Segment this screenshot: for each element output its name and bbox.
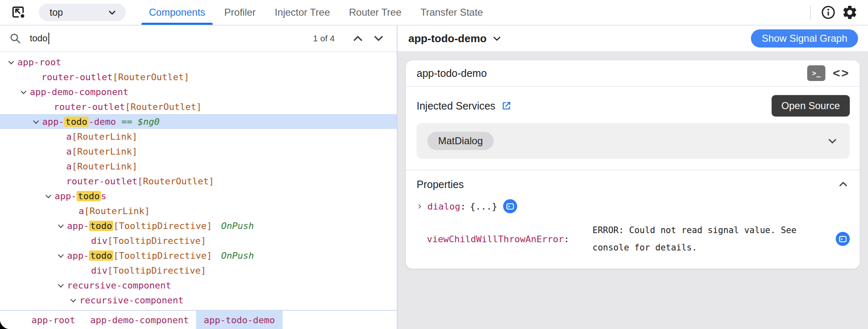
details-panel: app-todo-demo Show Signal Graph app-todo… bbox=[398, 26, 868, 329]
tree-segment-dir: [RouterLink] bbox=[72, 131, 137, 142]
tree-segment-el: app- bbox=[42, 117, 64, 127]
tree-row[interactable]: a[RouterLink] bbox=[0, 203, 397, 218]
property-colon: : bbox=[460, 201, 465, 212]
tree-segment-el: app-demo-component bbox=[30, 87, 128, 97]
tab-components[interactable]: Components bbox=[141, 0, 213, 25]
service-chip[interactable]: MatDialog bbox=[427, 132, 494, 150]
expand-chevron-icon[interactable] bbox=[55, 253, 67, 257]
breadcrumb-item[interactable]: app-demo-component bbox=[83, 311, 196, 329]
tree-segment-el: router-outlet bbox=[41, 72, 113, 82]
inspect-in-console-icon[interactable]: >_ bbox=[503, 199, 517, 213]
properties-section: Properties ›dialog:{...}>_viewChildWillT… bbox=[406, 169, 860, 269]
chevron-down-icon[interactable] bbox=[826, 134, 839, 148]
open-source-button[interactable]: Open Source bbox=[772, 95, 850, 117]
search-icon bbox=[9, 32, 22, 45]
breadcrumb-item[interactable]: app-root bbox=[24, 311, 83, 329]
tab-injector-tree[interactable]: Injector Tree bbox=[267, 0, 337, 25]
tree-segment-dir: [RouterLink] bbox=[72, 161, 137, 172]
tab-router-tree[interactable]: Router Tree bbox=[342, 0, 409, 25]
property-colon: : bbox=[564, 234, 569, 244]
code-icon[interactable]: <> bbox=[833, 66, 850, 80]
tree-row[interactable]: div[TooltipDirective] bbox=[0, 263, 397, 278]
angular-devtools-window: top ComponentsProfilerInjector TreeRoute… bbox=[0, 0, 868, 329]
property-name: viewChildWillThrowAnError bbox=[427, 234, 564, 244]
tree-row[interactable]: app-todo-demo==$ng0 bbox=[0, 114, 397, 129]
properties-heading: Properties bbox=[417, 179, 464, 191]
frame-selector-dropdown[interactable]: top bbox=[39, 4, 126, 21]
frame-selector-value: top bbox=[50, 7, 107, 18]
expand-chevron-icon[interactable] bbox=[55, 224, 67, 228]
chevron-down-icon bbox=[107, 7, 117, 18]
property-value: ERROR: Could not read signal value. See … bbox=[592, 222, 836, 256]
tree-segment-el: -demo bbox=[89, 117, 116, 127]
property-row: ›dialog:{...}>_ bbox=[417, 199, 850, 213]
tree-segment-el: a bbox=[66, 161, 72, 172]
tab-transfer-state[interactable]: Transfer State bbox=[413, 0, 490, 25]
inspect-in-console-icon[interactable]: >_ bbox=[836, 232, 850, 246]
component-tree: app-rootrouter-outlet[RouterOutlet]app-d… bbox=[0, 52, 397, 310]
tree-segment-el: app- bbox=[67, 221, 89, 231]
tree-segment-eq: == bbox=[121, 117, 132, 127]
search-input[interactable]: todo bbox=[30, 33, 49, 44]
chevron-down-icon[interactable] bbox=[491, 32, 503, 45]
tree-row[interactable]: router-outlet[RouterOutlet] bbox=[0, 99, 397, 114]
tree-segment-el: app- bbox=[67, 250, 89, 261]
expand-chevron-icon[interactable] bbox=[30, 119, 42, 124]
search-result-count: 1 of 4 bbox=[313, 33, 335, 43]
tab-bar: ComponentsProfilerInjector TreeRouter Tr… bbox=[141, 0, 490, 25]
tree-segment-el: div bbox=[91, 265, 108, 276]
expand-chevron-icon[interactable] bbox=[5, 60, 17, 64]
inspect-target-icon[interactable] bbox=[9, 3, 28, 22]
tree-segment-ref: $ng0 bbox=[138, 117, 160, 127]
external-link-icon[interactable] bbox=[500, 100, 513, 112]
tree-segment-dir: [TooltipDirective] bbox=[113, 221, 212, 231]
toolbar-divider bbox=[810, 5, 811, 19]
gear-icon[interactable] bbox=[839, 2, 861, 23]
chevron-up-icon[interactable] bbox=[837, 178, 850, 191]
selected-component-title: app-todo-demo bbox=[408, 32, 487, 45]
tree-row[interactable]: a[RouterLink] bbox=[0, 159, 397, 174]
property-name: dialog bbox=[427, 201, 460, 212]
details-header: app-todo-demo Show Signal Graph bbox=[398, 26, 868, 52]
tree-row[interactable]: app-todos bbox=[0, 188, 397, 203]
tree-row[interactable]: app-demo-component bbox=[0, 84, 397, 99]
breadcrumb-item[interactable]: app-todo-demo bbox=[196, 311, 282, 329]
tree-segment-hl: todo bbox=[77, 191, 101, 201]
expand-chevron-icon[interactable]: › bbox=[417, 200, 427, 212]
tree-segment-dir: [RouterLink] bbox=[84, 206, 150, 216]
tree-segment-hl: todo bbox=[64, 117, 89, 127]
tree-segment-el: router-outlet bbox=[54, 102, 125, 112]
expand-chevron-icon[interactable] bbox=[17, 90, 30, 94]
tree-row[interactable]: router-outlet[RouterOutlet] bbox=[0, 174, 397, 188]
tree-segment-hl: todo bbox=[89, 221, 113, 231]
terminal-icon[interactable]: >_ bbox=[807, 65, 825, 81]
tree-row[interactable]: recursive-component bbox=[0, 278, 397, 293]
tree-segment-push: OnPush bbox=[221, 221, 254, 231]
text-cursor bbox=[48, 33, 49, 44]
tree-row[interactable]: a[RouterLink] bbox=[0, 129, 397, 144]
tree-segment-el: a bbox=[66, 146, 72, 157]
tree-row[interactable]: a[RouterLink] bbox=[0, 144, 397, 159]
search-bar: todo 1 of 4 bbox=[0, 26, 397, 52]
tree-row[interactable]: app-root bbox=[0, 55, 397, 69]
tree-segment-el: app- bbox=[55, 191, 77, 201]
next-result-icon[interactable] bbox=[370, 30, 387, 47]
tree-segment-dir: [RouterOutlet] bbox=[137, 176, 214, 186]
tree-row[interactable]: div[TooltipDirective] bbox=[0, 233, 397, 248]
tree-segment-el: router-outlet bbox=[66, 176, 137, 186]
top-toolbar: top ComponentsProfilerInjector TreeRoute… bbox=[0, 0, 868, 26]
expand-chevron-icon[interactable] bbox=[67, 298, 79, 302]
tree-row[interactable]: router-outlet[RouterOutlet] bbox=[0, 69, 397, 84]
previous-result-icon[interactable] bbox=[350, 30, 366, 47]
tree-segment-el: a bbox=[79, 206, 84, 216]
tree-row[interactable]: app-todo[TooltipDirective]OnPush bbox=[0, 218, 397, 233]
tree-row[interactable]: app-todo[TooltipDirective]OnPush bbox=[0, 248, 397, 263]
breadcrumb: app-rootapp-demo-componentapp-todo-demo bbox=[0, 310, 397, 329]
tree-row[interactable]: recursive-component bbox=[0, 293, 397, 308]
expand-chevron-icon[interactable] bbox=[55, 283, 67, 287]
tab-profiler[interactable]: Profiler bbox=[217, 0, 263, 25]
show-signal-graph-button[interactable]: Show Signal Graph bbox=[751, 29, 858, 48]
info-icon[interactable] bbox=[818, 2, 839, 23]
expand-chevron-icon[interactable] bbox=[42, 194, 55, 198]
tree-segment-el: app-root bbox=[17, 57, 61, 67]
